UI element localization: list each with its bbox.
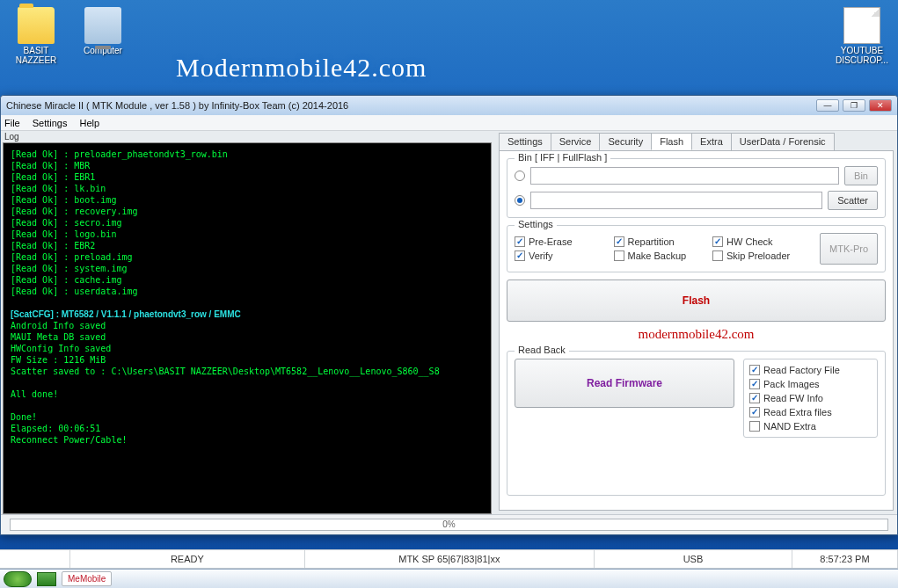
- tab-service[interactable]: Service: [551, 133, 601, 150]
- readback-options: Read Factory FilePack ImagesRead FW Info…: [743, 359, 878, 438]
- checkbox-icon: [515, 236, 525, 247]
- desktop-icon-folder[interactable]: BASIT NAZZEER: [5, 7, 67, 65]
- read-firmware-button[interactable]: Read Firmware: [515, 359, 734, 408]
- computer-icon: [84, 7, 121, 44]
- progress-bar: 0%: [10, 519, 888, 531]
- check-label: Repartition: [628, 236, 675, 247]
- checkbox-icon: [749, 421, 760, 432]
- checkbox-icon: [614, 250, 624, 261]
- settings-check-1[interactable]: Repartition: [614, 236, 713, 247]
- status-usb: USB: [595, 550, 792, 568]
- log-panel: Log [Read Ok] : preloader_phaetondvt3_ro…: [1, 131, 493, 514]
- tab-flash[interactable]: Flash: [651, 133, 692, 150]
- checkbox-icon: [749, 379, 760, 389]
- flash-button[interactable]: Flash: [507, 279, 886, 322]
- progress-text: 0%: [442, 519, 455, 529]
- settings-check-3[interactable]: Verify: [515, 250, 614, 261]
- status-ready: READY: [70, 550, 305, 568]
- radio-scatter[interactable]: [515, 195, 525, 206]
- tab-settings[interactable]: Settings: [499, 133, 551, 150]
- tab-security[interactable]: Security: [599, 133, 652, 150]
- checkbox-icon: [614, 236, 624, 247]
- document-icon: [843, 7, 880, 44]
- scatter-path-input[interactable]: [530, 192, 822, 209]
- bin-group: Bin [ IFF | FullFlash ] Bin Scatter: [507, 158, 886, 218]
- status-time: 8:57:23 PM: [792, 550, 898, 568]
- watermark-text: Modernmobile42.com: [176, 53, 427, 83]
- readback-check-2[interactable]: Read FW Info: [749, 393, 872, 403]
- readback-title: Read Back: [515, 345, 569, 355]
- checkbox-icon: [749, 365, 760, 375]
- check-label: Pre-Erase: [529, 236, 573, 247]
- bin-path-input[interactable]: [530, 167, 839, 185]
- settings-check-5[interactable]: Skip Preloader: [712, 250, 812, 261]
- right-panel: Settings Service Security Flash Extra Us…: [493, 131, 897, 514]
- scatter-button[interactable]: Scatter: [828, 191, 878, 210]
- readback-group: Read Back Read Firmware Read Factory Fil…: [507, 351, 886, 496]
- bin-button[interactable]: Bin: [844, 166, 878, 185]
- menu-settings[interactable]: Settings: [33, 118, 68, 128]
- check-label: Make Backup: [628, 250, 687, 261]
- status-cell: [0, 550, 70, 568]
- progress-area: 0%: [1, 514, 897, 534]
- tab-body-flash: Bin [ IFF | FullFlash ] Bin Scatter Sett…: [499, 150, 894, 511]
- settings-check-4[interactable]: Make Backup: [614, 250, 713, 261]
- check-label: Pack Images: [763, 379, 820, 389]
- checkbox-icon: [749, 393, 760, 403]
- tab-extra[interactable]: Extra: [691, 133, 732, 150]
- folder-icon: [18, 7, 55, 44]
- check-label: Verify: [529, 250, 553, 261]
- menubar: File Settings Help: [1, 115, 897, 131]
- radio-bin[interactable]: [515, 171, 525, 181]
- check-label: Skip Preloader: [726, 250, 790, 261]
- taskbar: MeMobile: [0, 569, 898, 588]
- tab-userdata[interactable]: UserData / Forensic: [731, 133, 835, 150]
- start-button[interactable]: [4, 571, 32, 587]
- readback-check-3[interactable]: Read Extra files: [749, 407, 872, 417]
- taskbar-icon[interactable]: [37, 572, 56, 586]
- check-label: NAND Extra: [763, 421, 816, 432]
- close-button[interactable]: ✕: [869, 99, 892, 112]
- settings-group: Settings Pre-EraseRepartitionHW CheckVer…: [507, 225, 886, 272]
- settings-check-0[interactable]: Pre-Erase: [515, 236, 614, 247]
- log-output[interactable]: [Read Ok] : preloader_phaetondvt3_row.bi…: [3, 142, 492, 514]
- check-label: Read Extra files: [763, 407, 832, 417]
- check-label: Read Factory File: [763, 365, 840, 375]
- minimize-button[interactable]: —: [816, 99, 839, 112]
- status-mtk: MTK SP 65|67|83|81|xx: [305, 550, 595, 568]
- desktop-icon-computer[interactable]: Computer: [72, 7, 134, 55]
- tab-strip: Settings Service Security Flash Extra Us…: [499, 133, 894, 150]
- log-label: Log: [1, 131, 493, 142]
- checkbox-icon: [712, 236, 723, 247]
- app-window: Chinese Miracle II ( MTK Module , ver 1.…: [0, 95, 898, 535]
- readback-check-1[interactable]: Pack Images: [749, 379, 872, 389]
- desktop-icon-label: YOUTUBE DISCUROP...: [831, 46, 893, 65]
- status-bar: READY MTK SP 65|67|83|81|xx USB 8:57:23 …: [0, 549, 898, 569]
- menu-help[interactable]: Help: [79, 118, 99, 128]
- checkbox-icon: [515, 250, 525, 261]
- check-label: Read FW Info: [763, 393, 823, 403]
- menu-file[interactable]: File: [4, 118, 20, 128]
- link-text: modernmobile42.com: [507, 327, 886, 342]
- checkbox-icon: [749, 407, 760, 417]
- desktop-icon-doc[interactable]: YOUTUBE DISCUROP...: [831, 7, 893, 65]
- window-title: Chinese Miracle II ( MTK Module , ver 1.…: [6, 100, 816, 111]
- desktop-icon-label: BASIT NAZZEER: [5, 46, 67, 65]
- mtk-pro-button[interactable]: MTK-Pro: [820, 233, 878, 265]
- readback-check-4[interactable]: NAND Extra: [749, 421, 872, 432]
- settings-group-title: Settings: [515, 219, 557, 229]
- maximize-button[interactable]: ❐: [843, 99, 865, 112]
- settings-check-2[interactable]: HW Check: [712, 236, 812, 247]
- check-label: HW Check: [726, 236, 773, 247]
- titlebar[interactable]: Chinese Miracle II ( MTK Module , ver 1.…: [1, 96, 897, 115]
- taskbar-item[interactable]: MeMobile: [62, 571, 112, 586]
- bin-group-title: Bin [ IFF | FullFlash ]: [515, 152, 610, 163]
- readback-check-0[interactable]: Read Factory File: [749, 365, 872, 375]
- checkbox-icon: [712, 250, 723, 261]
